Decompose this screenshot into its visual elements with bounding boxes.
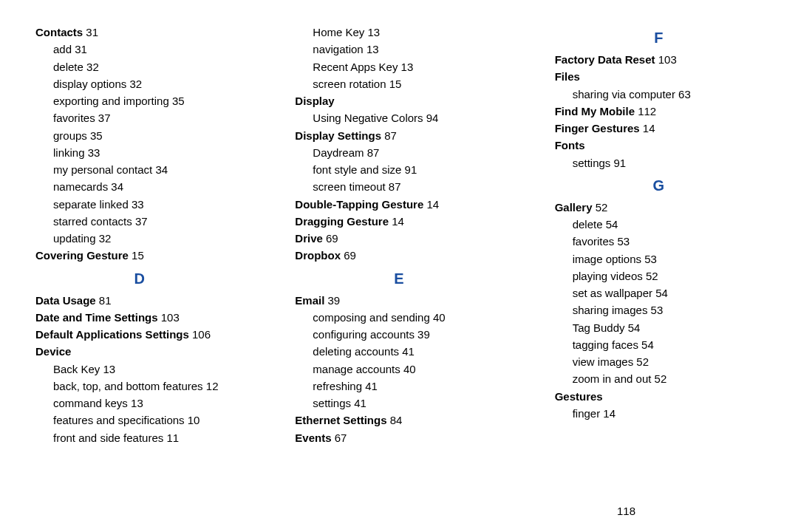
entry-page: 106 — [189, 328, 211, 341]
index-subentry: updating 32 — [53, 230, 243, 247]
index-entry: Data Usage 81 — [35, 292, 243, 309]
entry-page: 103 — [158, 311, 180, 324]
entry-term: Events — [295, 432, 331, 444]
index-subentry: playing videos 52 — [573, 267, 763, 284]
entry-page: 39 — [324, 294, 340, 307]
index-subentry: back, top, and bottom features 12 — [53, 378, 243, 395]
index-subentry: my personal contact 34 — [53, 161, 243, 178]
index-subentry: exporting and importing 35 — [53, 92, 243, 109]
entry-page: 15 — [129, 249, 144, 262]
index-subentry: Home Key 13 — [313, 24, 502, 41]
entry-page: 14 — [389, 215, 404, 228]
column-3: FFactory Data Reset 103Filessharing via … — [555, 24, 763, 446]
index-entry: Files — [555, 68, 763, 85]
index-subentry: namecards 34 — [53, 178, 243, 195]
column-1: Contacts 31add 31delete 32display option… — [35, 24, 243, 446]
index-entry: Fonts — [555, 137, 763, 154]
entry-term: Dropbox — [295, 249, 341, 262]
entry-page: 81 — [96, 294, 112, 307]
entry-term: Contacts — [35, 26, 83, 38]
index-columns: Contacts 31add 31delete 32display option… — [35, 24, 763, 446]
entry-term: Finger Gestures — [555, 122, 640, 134]
entry-term: Email — [295, 294, 324, 307]
index-subentry: composing and sending 40 — [313, 309, 502, 326]
entry-page: 84 — [387, 414, 403, 426]
entry-term: Factory Data Reset — [555, 53, 655, 66]
index-subentry: favorites 37 — [53, 109, 243, 126]
index-entry: Drive 69 — [295, 230, 502, 247]
index-subentry: sharing images 53 — [573, 301, 763, 318]
entry-page: 14 — [640, 122, 655, 134]
entry-term: Gestures — [555, 390, 603, 403]
index-subentry: sharing via computer 63 — [573, 86, 763, 103]
index-subentry: Using Negative Colors 94 — [313, 109, 502, 126]
index-subentry: command keys 13 — [53, 395, 243, 412]
index-subentry: delete 32 — [53, 58, 243, 75]
entry-page: 103 — [655, 53, 677, 66]
index-subentry: Recent Apps Key 13 — [313, 58, 502, 75]
index-subentry: font style and size 91 — [313, 161, 502, 178]
index-subentry: Tag Buddy 54 — [573, 319, 763, 336]
entry-page: 112 — [635, 105, 656, 117]
index-entry: Contacts 31 — [35, 24, 243, 41]
entry-term: Gallery — [555, 201, 593, 214]
index-subentry: front and side features 11 — [53, 429, 243, 446]
entry-term: Files — [555, 70, 580, 83]
column-2: Home Key 13navigation 13Recent Apps Key … — [295, 24, 502, 446]
index-subentry: tagging faces 54 — [573, 336, 763, 353]
entry-term: Date and Time Settings — [35, 311, 158, 324]
section-letter: F — [555, 27, 763, 50]
index-subentry: settings 91 — [573, 154, 763, 171]
entry-page: 14 — [423, 198, 439, 211]
index-subentry: image options 53 — [573, 250, 763, 267]
entry-term: Dragging Gesture — [295, 215, 389, 228]
index-subentry: screen rotation 15 — [313, 75, 502, 92]
index-subentry: screen timeout 87 — [313, 178, 502, 195]
index-subentry: starred contacts 37 — [53, 213, 243, 230]
entry-page: 31 — [83, 26, 98, 38]
entry-term: Default Applications Settings — [35, 328, 189, 341]
index-entry: Factory Data Reset 103 — [555, 51, 763, 68]
section-letter: G — [555, 174, 763, 197]
index-subentry: Daydream 87 — [313, 144, 502, 161]
index-entry: Dragging Gesture 14 — [295, 213, 502, 230]
index-subentry: navigation 13 — [313, 41, 502, 58]
index-subentry: configuring accounts 39 — [313, 326, 502, 343]
entry-term: Display Settings — [295, 129, 381, 142]
entry-term: Device — [35, 345, 71, 358]
entry-term: Double-Tapping Gesture — [295, 198, 423, 211]
section-letter: D — [35, 267, 243, 290]
index-subentry: deleting accounts 41 — [313, 343, 502, 360]
index-subentry: linking 33 — [53, 144, 243, 161]
index-entry: Display Settings 87 — [295, 127, 502, 144]
entry-term: Display — [295, 95, 334, 107]
index-subentry: favorites 53 — [573, 233, 763, 250]
index-subentry: delete 54 — [573, 216, 763, 233]
index-entry: Gallery 52 — [555, 199, 763, 216]
index-subentry: groups 35 — [53, 127, 243, 144]
index-subentry: display options 32 — [53, 75, 243, 92]
index-subentry: view images 52 — [573, 353, 763, 370]
entry-term: Ethernet Settings — [295, 414, 386, 426]
index-entry: Find My Mobile 112 — [555, 103, 763, 120]
index-subentry: refreshing 41 — [313, 378, 502, 395]
index-entry: Finger Gestures 14 — [555, 120, 763, 137]
entry-term: Data Usage — [35, 294, 96, 307]
index-entry: Default Applications Settings 106 — [35, 326, 243, 343]
index-entry: Ethernet Settings 84 — [295, 412, 502, 429]
index-entry: Date and Time Settings 103 — [35, 309, 243, 326]
index-subentry: features and specifications 10 — [53, 412, 243, 429]
entry-term: Drive — [295, 232, 323, 245]
entry-page: 69 — [323, 232, 338, 245]
entry-page: 87 — [381, 129, 397, 142]
index-entry: Email 39 — [295, 292, 502, 309]
index-entry: Device — [35, 343, 243, 360]
entry-term: Covering Gesture — [35, 249, 129, 262]
index-entry: Events 67 — [295, 429, 502, 446]
section-letter: E — [295, 267, 502, 290]
index-entry: Dropbox 69 — [295, 247, 502, 264]
index-entry: Double-Tapping Gesture 14 — [295, 196, 502, 213]
entry-term: Find My Mobile — [555, 105, 635, 117]
page-number: 118 — [617, 505, 635, 517]
index-subentry: set as wallpaper 54 — [573, 284, 763, 301]
